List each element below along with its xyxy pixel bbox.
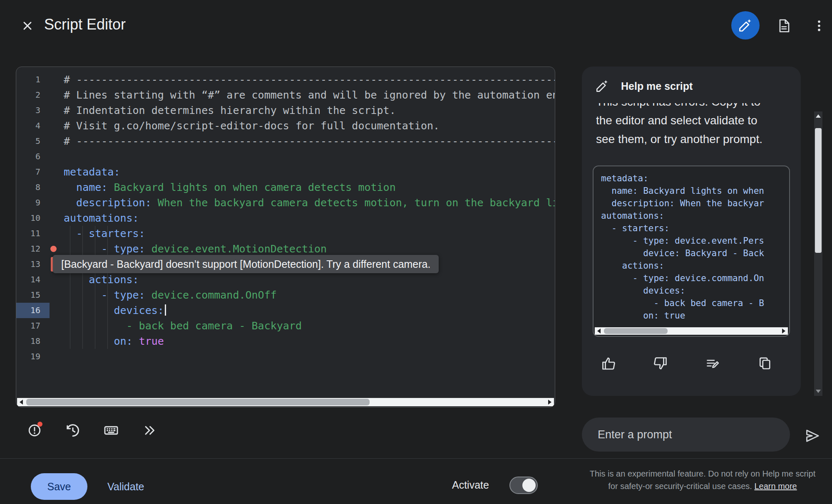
activate-label: Activate [452,479,489,491]
scrollbar-track[interactable] [603,327,780,335]
learn-more-link[interactable]: Learn more [754,482,797,491]
editor-line[interactable]: 14 actions: [16,272,555,287]
page-title: Script Editor [44,16,126,33]
indent-guide [82,226,83,349]
editor-line[interactable]: 16 devices: [16,303,555,318]
scroll-right-button[interactable] [780,327,788,335]
script-editor-window: Script Editor 1# -----------------------… [0,0,832,504]
arrow-up-icon [816,114,821,118]
error-tooltip: [Backyard - Backyard] doesn’t support [M… [53,255,439,273]
help-me-script-button[interactable] [731,11,760,40]
save-button[interactable]: Save [31,473,87,500]
prompt-box[interactable] [582,418,790,452]
assistant-title: Help me script [621,80,693,92]
code-editor[interactable]: 1# -------------------------------------… [16,67,555,408]
errors-button[interactable] [26,422,43,439]
editor-line[interactable]: 13[Backyard - Backyard] doesn’t support … [16,257,555,272]
editor-line[interactable]: 5# -------------------------------------… [16,133,555,149]
close-icon [21,19,34,32]
assistant-message: This script has errors. Copy it tothe ed… [596,103,790,148]
arrow-left-icon [597,329,601,334]
assistant-actions [599,354,774,373]
assistant-horizontal-scrollbar[interactable] [595,327,788,335]
expand-toolbar-button[interactable] [141,422,158,439]
thumbs-down-button[interactable] [651,354,670,373]
scroll-right-button[interactable] [546,398,554,406]
scroll-left-button[interactable] [17,398,25,406]
magic-pen-icon [738,18,753,33]
editor-line[interactable]: 12 - type: device.event.MotionDetection [16,241,555,257]
editor-line[interactable]: 15 - type: device.command.OnOff [16,287,555,303]
indent-guide [95,226,95,349]
arrow-right-icon [548,400,551,405]
arrow-down-icon [816,390,821,393]
indent-guide [107,226,108,349]
scrollbar-track[interactable] [25,398,546,406]
scroll-up-button[interactable] [814,111,822,121]
close-button[interactable] [19,17,36,34]
editor-line[interactable]: 6 [16,149,555,164]
copy-button[interactable] [756,354,774,373]
history-icon [65,423,80,438]
send-button[interactable] [803,427,822,445]
history-button[interactable] [64,422,82,439]
editor-line[interactable]: 17 - back bed camera - Backyard [16,318,555,334]
document-icon [776,18,791,33]
validate-button[interactable]: Validate [103,473,149,500]
assistant-code: metadata: name: Backyard lights on when … [601,172,789,322]
scroll-left-button[interactable] [595,327,603,335]
assistant-message-line: This script has errors. Copy it to [596,103,790,111]
editor-line[interactable]: 3# Indentation determines hierarchy with… [16,103,555,118]
scrollbar-thumb[interactable] [815,128,822,253]
documentation-button[interactable] [775,17,792,35]
rewrite-icon [705,356,720,371]
more-menu-button[interactable] [811,17,827,35]
keyboard-button[interactable] [102,422,120,439]
thumb-up-icon [601,356,616,371]
scrollbar-thumb[interactable] [26,399,370,405]
editor-line[interactable]: 10automations: [16,210,555,226]
assistant-message-line: the editor and select validate to [596,111,790,130]
editor-line[interactable]: 2# Lines starting with “#” are comments … [16,87,555,103]
activate-toggle[interactable] [509,477,538,494]
double-chevron-icon [142,423,157,438]
arrow-right-icon [782,329,785,334]
editor-lines: 1# -------------------------------------… [16,72,555,364]
assistant-message-viewport: This script has errors. Copy it tothe ed… [596,103,790,152]
error-marker [50,246,57,252]
thumb-down-icon [653,356,668,371]
assistant-header: Help me script [595,79,693,93]
rewrite-button[interactable] [704,354,722,373]
editor-line[interactable]: 18 on: true [16,334,555,349]
keyboard-icon [103,422,119,438]
bottom-divider [0,458,832,459]
indent-guide [70,226,70,349]
editor-horizontal-scrollbar[interactable] [17,398,554,406]
editor-line[interactable]: 9 description: When the backyard camera … [16,195,555,210]
editor-line[interactable]: 4# Visit g.co/home/script-editor-docs fo… [16,118,555,133]
assistant-vertical-scrollbar[interactable] [814,111,822,396]
scrollbar-thumb[interactable] [604,328,668,334]
editor-line[interactable]: 8 name: Backyard lights on when camera d… [16,180,555,195]
editor-line[interactable]: 7metadata: [16,164,555,180]
arrow-left-icon [20,400,23,405]
toggle-knob [522,479,536,492]
more-vert-icon [812,19,826,33]
copy-icon [757,356,772,371]
assistant-message-line: see them, or try another prompt. [596,130,790,148]
scroll-down-button[interactable] [814,387,822,396]
assistant-code-block[interactable]: metadata: name: Backyard lights on when … [593,166,790,337]
magic-pen-icon [595,79,609,93]
scrollbar-track[interactable] [814,121,822,387]
error-badge [37,422,42,427]
prompt-input[interactable] [597,428,773,442]
send-icon [805,428,820,444]
editor-line[interactable]: 1# -------------------------------------… [16,72,555,87]
editor-line[interactable]: 11 - starters: [16,226,555,241]
editor-line[interactable]: 19 [16,349,555,364]
experimental-disclaimer: This is an experimental feature. Do not … [586,467,819,492]
thumbs-up-button[interactable] [599,354,618,373]
text-cursor [165,304,166,316]
editor-toolbar [26,422,158,439]
